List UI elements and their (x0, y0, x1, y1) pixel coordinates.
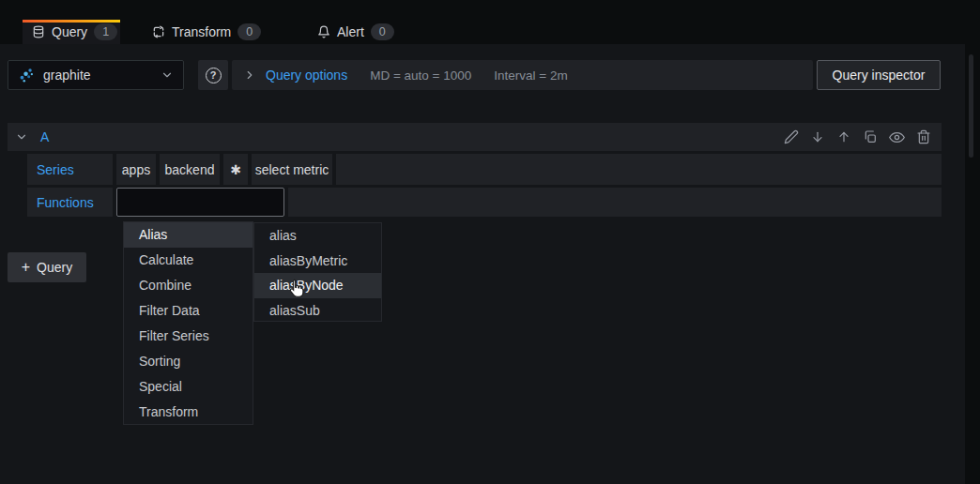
series-segment-select-metric[interactable]: select metric (252, 154, 332, 185)
max-data-points-value: MD = auto = 1000 (370, 68, 471, 83)
menu-item-combine[interactable]: Combine (124, 273, 253, 298)
move-up-icon[interactable] (836, 129, 851, 144)
tab-transform-label: Transform (172, 24, 231, 39)
add-function-input[interactable] (116, 188, 284, 217)
tab-query-count-badge: 1 (94, 23, 117, 40)
duplicate-copy-icon[interactable] (863, 129, 878, 144)
query-inspector-button[interactable]: Query inspector (817, 60, 941, 90)
add-query-label: Query (37, 260, 72, 275)
alias-submenu: alias aliasByMetric aliasByNode aliasSub (253, 222, 382, 322)
query-options-bar[interactable]: Query options MD = auto = 1000 Interval … (232, 60, 813, 90)
series-segment-backend[interactable]: backend (160, 154, 220, 185)
query-editor-content: graphite ? Query options MD = auto = 100… (0, 44, 965, 484)
tab-alert-count-badge: 0 (371, 23, 394, 40)
query-row-header[interactable]: A (8, 123, 942, 151)
delete-trash-icon[interactable] (916, 129, 931, 144)
menu-item-sorting[interactable]: Sorting (124, 349, 253, 374)
functions-label: Functions (27, 188, 113, 217)
tab-query-label: Query (52, 24, 87, 39)
datasource-help-button[interactable]: ? (198, 60, 228, 90)
submenu-item-alias[interactable]: alias (254, 223, 381, 249)
tab-transform-count-badge: 0 (237, 23, 261, 40)
plus-icon: + (22, 260, 30, 275)
editor-tabbar: Query 1 Transform 0 Alert 0 (0, 0, 980, 44)
series-segment-wildcard[interactable]: ✱ (223, 154, 248, 185)
tab-alert-label: Alert (337, 24, 364, 39)
tab-query[interactable]: Query 1 (23, 20, 120, 44)
graphite-logo-icon (18, 67, 35, 83)
menu-item-calculate[interactable]: Calculate (124, 248, 253, 273)
series-row: Series apps backend ✱ select metric (27, 154, 942, 185)
collapse-chevron-icon[interactable] (15, 130, 28, 144)
add-query-button[interactable]: + Query (8, 252, 86, 282)
function-category-menu: Alias Calculate Combine Filter Data Filt… (123, 221, 253, 425)
transform-icon (152, 25, 165, 38)
menu-item-filter-series[interactable]: Filter Series (124, 324, 253, 349)
bell-icon (317, 25, 330, 38)
query-row-actions (784, 129, 931, 145)
series-segment-apps[interactable]: apps (116, 154, 156, 185)
tab-transform[interactable]: Transform 0 (143, 20, 270, 44)
query-options-label: Query options (266, 68, 347, 83)
menu-item-filter-data[interactable]: Filter Data (124, 298, 253, 324)
move-down-icon[interactable] (810, 129, 825, 144)
query-ref-id: A (40, 129, 49, 144)
tab-alert[interactable]: Alert 0 (308, 20, 404, 44)
chevron-down-icon (161, 68, 174, 82)
menu-item-alias[interactable]: Alias (124, 222, 253, 248)
menu-item-transform[interactable]: Transform (124, 400, 253, 425)
submenu-item-aliassub[interactable]: aliasSub (254, 298, 381, 324)
functions-row: Functions (27, 188, 942, 217)
interval-value: Interval = 2m (494, 68, 567, 83)
submenu-item-aliasbymetric[interactable]: aliasByMetric (254, 249, 381, 274)
database-icon (32, 25, 45, 38)
datasource-picker[interactable]: graphite (8, 60, 184, 90)
menu-item-special[interactable]: Special (124, 374, 253, 400)
submenu-item-aliasbynode[interactable]: aliasByNode (254, 273, 381, 298)
question-circle-icon: ? (206, 68, 222, 83)
vertical-scrollbar[interactable] (969, 54, 973, 158)
datasource-name: graphite (43, 68, 91, 83)
angle-right-icon (243, 68, 256, 82)
toggle-visibility-eye-icon[interactable] (889, 129, 905, 145)
series-label: Series (27, 154, 113, 185)
edit-pencil-icon[interactable] (784, 129, 799, 144)
